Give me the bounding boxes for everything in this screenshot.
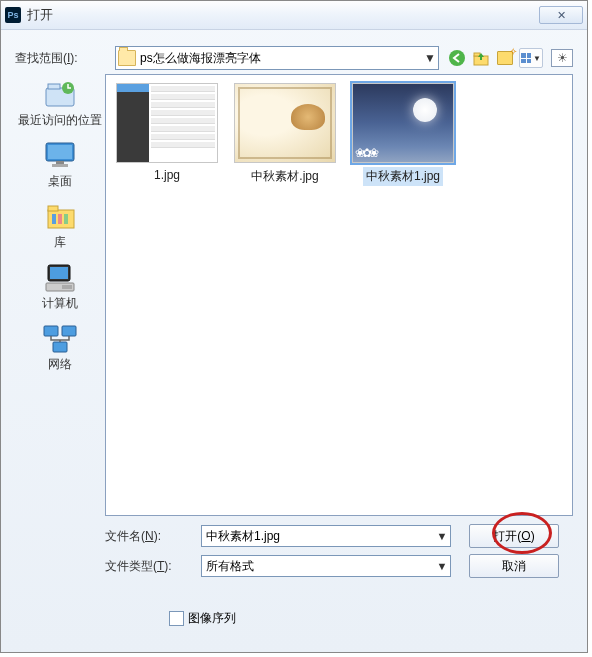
toolbar: ✧ ▼ [447, 48, 543, 68]
svg-rect-16 [50, 267, 68, 279]
new-star-icon: ✧ [509, 46, 517, 57]
place-label: 最近访问的位置 [18, 112, 102, 129]
filename-label: 文件名(N): [105, 528, 201, 545]
computer-icon [42, 261, 78, 293]
chevron-down-icon: ▼ [533, 54, 541, 63]
place-desktop[interactable]: 桌面 [42, 139, 78, 190]
thumbnail [116, 83, 218, 163]
look-in-row: 查找范围(I): ps怎么做海报漂亮字体 ▼ ✧ [15, 46, 573, 70]
place-label: 网络 [48, 356, 72, 373]
look-in-value: ps怎么做海报漂亮字体 [140, 50, 422, 67]
image-sequence-label: 图像序列 [188, 610, 236, 627]
filetype-select[interactable]: 所有格式 ▼ [201, 555, 451, 577]
dialog-title: 打开 [27, 6, 539, 24]
filetype-label: 文件类型(T): [105, 558, 201, 575]
file-name: 1.jpg [151, 167, 183, 183]
svg-rect-12 [52, 214, 56, 224]
show-favorites-button[interactable]: ☀ [551, 49, 573, 67]
svg-rect-7 [48, 145, 72, 159]
photoshop-icon: Ps [5, 7, 21, 23]
filetype-row: 文件类型(T): 所有格式 ▼ 取消 [105, 554, 573, 578]
filetype-value: 所有格式 [206, 558, 434, 575]
titlebar: Ps 打开 ✕ [1, 1, 587, 30]
recent-places-icon [42, 78, 78, 110]
file-name: 中秋素材1.jpg [363, 167, 443, 186]
filename-value: 中秋素材1.jpg [206, 528, 434, 545]
network-icon [42, 322, 78, 354]
svg-rect-8 [56, 161, 64, 164]
place-label: 桌面 [48, 173, 72, 190]
place-network[interactable]: 网络 [42, 322, 78, 373]
view-menu-button[interactable]: ▼ [519, 48, 543, 68]
file-item-1[interactable]: 1.jpg [112, 81, 222, 188]
open-button[interactable]: 打开(O) [469, 524, 559, 548]
cancel-button[interactable]: 取消 [469, 554, 559, 578]
libraries-icon [42, 200, 78, 232]
svg-rect-20 [62, 326, 76, 336]
thumbnail: ❀✿❀ [352, 83, 454, 163]
place-label: 计算机 [42, 295, 78, 312]
place-libraries[interactable]: 库 [42, 200, 78, 251]
svg-rect-13 [58, 214, 62, 224]
file-item-3[interactable]: ❀✿❀ 中秋素材1.jpg [348, 81, 458, 188]
close-button[interactable]: ✕ [539, 6, 583, 24]
close-icon: ✕ [557, 9, 566, 22]
svg-rect-9 [52, 164, 68, 167]
up-folder-icon [472, 49, 490, 67]
svg-rect-14 [64, 214, 68, 224]
folder-icon [118, 50, 136, 66]
new-folder-button[interactable]: ✧ [495, 48, 515, 68]
open-dialog: Ps 打开 ✕ 查找范围(I): ps怎么做海报漂亮字体 ▼ [0, 0, 588, 653]
up-one-level-button[interactable] [471, 48, 491, 68]
star-icon: ☀ [557, 51, 568, 65]
look-in-combobox[interactable]: ps怎么做海报漂亮字体 ▼ [115, 46, 439, 70]
svg-rect-4 [48, 84, 60, 89]
place-recent[interactable]: 最近访问的位置 [18, 78, 102, 129]
chevron-down-icon: ▼ [434, 560, 450, 572]
file-item-2[interactable]: 中秋素材.jpg [230, 81, 340, 188]
chevron-down-icon: ▼ [434, 530, 450, 542]
file-name: 中秋素材.jpg [248, 167, 321, 186]
thumbnail [234, 83, 336, 163]
svg-rect-21 [53, 342, 67, 352]
image-sequence-checkbox[interactable] [169, 611, 184, 626]
desktop-icon [42, 139, 78, 171]
file-list[interactable]: 1.jpg 中秋素材.jpg ❀✿❀ 中秋素材1.jpg [105, 74, 573, 516]
places-bar: 最近访问的位置 桌面 库 计算机 网络 [15, 74, 105, 516]
svg-point-0 [449, 50, 465, 66]
filename-row: 文件名(N): 中秋素材1.jpg ▼ 打开(O) [105, 524, 573, 548]
filename-input[interactable]: 中秋素材1.jpg ▼ [201, 525, 451, 547]
back-arrow-icon [448, 49, 466, 67]
look-in-label: 查找范围(I): [15, 50, 115, 67]
thumbnails-icon [521, 53, 531, 63]
svg-rect-11 [48, 206, 58, 211]
place-label: 库 [54, 234, 66, 251]
image-sequence-row: 图像序列 [169, 610, 573, 627]
place-computer[interactable]: 计算机 [42, 261, 78, 312]
svg-rect-19 [44, 326, 58, 336]
svg-rect-18 [62, 285, 72, 289]
back-button[interactable] [447, 48, 467, 68]
chevron-down-icon: ▼ [422, 51, 438, 65]
